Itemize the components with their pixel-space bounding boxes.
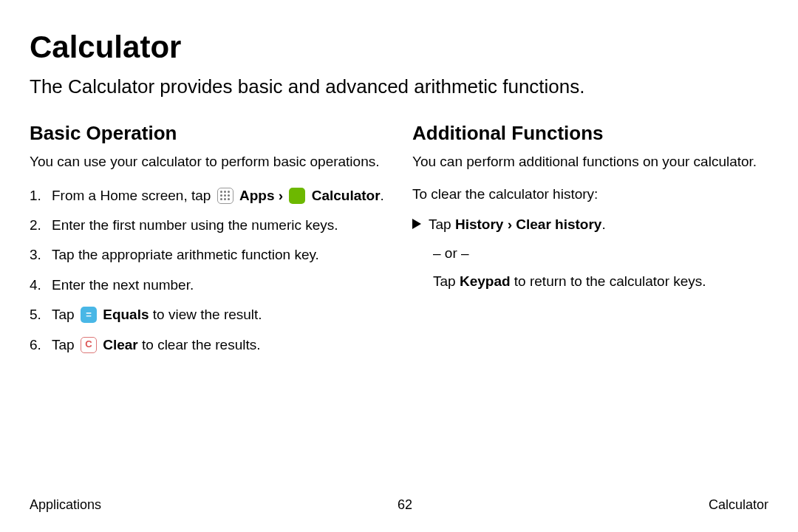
play-triangle-icon (412, 219, 421, 229)
step-4: Enter the next number. (30, 274, 386, 296)
basic-operation-heading: Basic Operation (30, 122, 386, 145)
calculator-icon (289, 188, 305, 204)
keypad-step: Tap Keypad to return to the calculator k… (412, 270, 768, 293)
apps-label: Apps (239, 188, 275, 203)
footer-page-number: 62 (398, 497, 412, 513)
equals-label: Equals (103, 307, 149, 322)
intro-text: The Calculator provides basic and advanc… (30, 75, 768, 98)
step-2: Enter the first number using the numeric… (30, 214, 386, 236)
step-3: Tap the appropriate arithmetic function … (30, 244, 386, 266)
page-title: Calculator (30, 30, 768, 65)
clear-history-sub: To clear the calculator history: (412, 185, 768, 204)
step-6: Tap C Clear to clear the results. (30, 334, 386, 356)
apps-icon (217, 188, 233, 204)
right-column: Additional Functions You can perform add… (412, 122, 768, 364)
footer-right: Calculator (709, 497, 768, 513)
additional-functions-lead: You can perform additional functions on … (412, 152, 768, 171)
step-5: Tap = Equals to view the result. (30, 304, 386, 326)
calculator-label: Calculator (312, 188, 381, 203)
chevron-right-icon: › (279, 188, 283, 203)
basic-operation-steps: From a Home screen, tap Apps › Calculato… (30, 185, 386, 356)
content-columns: Basic Operation You can use your calcula… (30, 122, 768, 364)
clear-icon: C (81, 337, 97, 353)
keypad-label: Keypad (460, 273, 511, 289)
clear-history-label: Clear history (516, 216, 601, 232)
equals-icon: = (81, 307, 97, 323)
or-line: – or – (412, 242, 768, 265)
footer-left: Applications (30, 497, 101, 513)
left-column: Basic Operation You can use your calcula… (30, 122, 386, 364)
clear-label: Clear (103, 337, 138, 352)
clear-history-step: Tap History › Clear history. (412, 214, 768, 236)
history-label: History (455, 216, 503, 232)
footer: Applications 62 Calculator (30, 497, 768, 513)
basic-operation-lead: You can use your calculator to perform b… (30, 152, 386, 171)
chevron-right-icon: › (508, 216, 512, 232)
step-1: From a Home screen, tap Apps › Calculato… (30, 185, 386, 207)
additional-functions-heading: Additional Functions (412, 122, 768, 145)
